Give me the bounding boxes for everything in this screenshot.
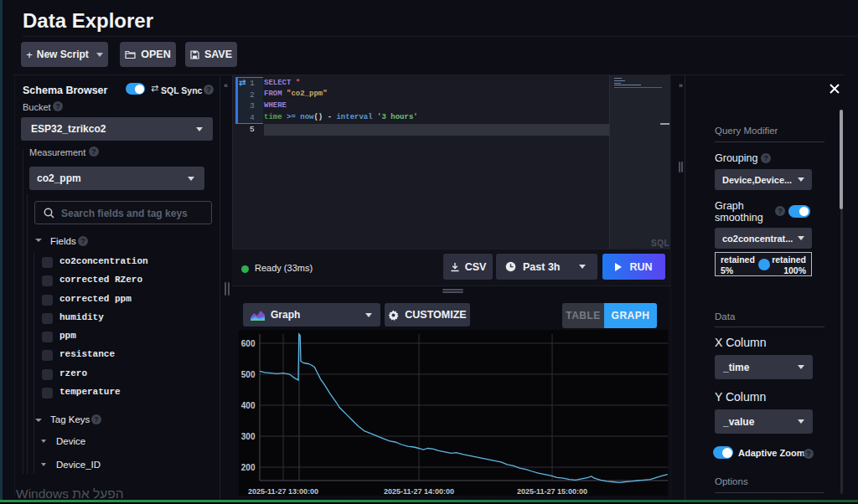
svg-text:2025-11-27 15:00:00: 2025-11-27 15:00:00	[517, 487, 587, 496]
svg-text:600: 600	[241, 339, 256, 348]
svg-text:2025-11-27 13:00:00: 2025-11-27 13:00:00	[248, 487, 318, 496]
svg-text:300: 300	[241, 432, 256, 441]
svg-text:200: 200	[241, 463, 256, 472]
svg-text:400: 400	[241, 401, 256, 410]
svg-text:2025-11-27 14:00:00: 2025-11-27 14:00:00	[384, 487, 454, 496]
svg-text:500: 500	[241, 370, 256, 379]
